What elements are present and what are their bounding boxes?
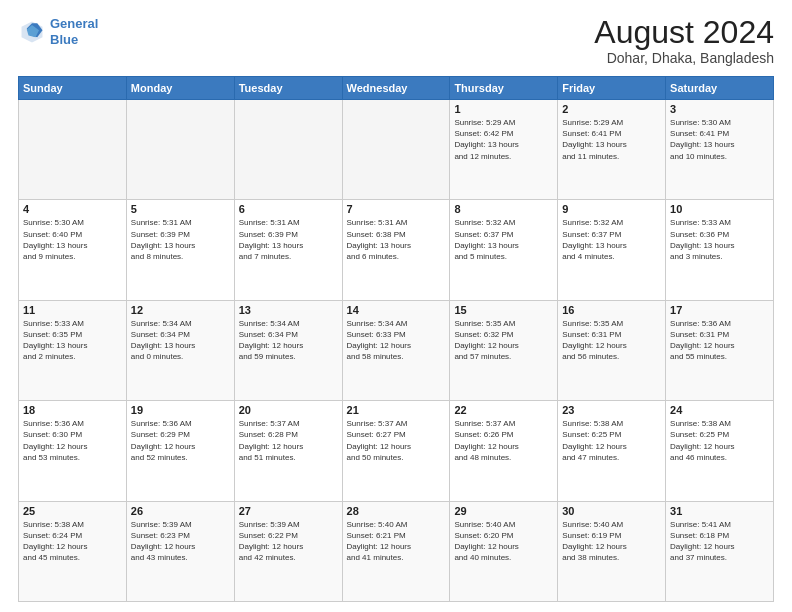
calendar-cell: 5Sunrise: 5:31 AM Sunset: 6:39 PM Daylig… [126,200,234,300]
calendar-day-header: Monday [126,77,234,100]
day-info: Sunrise: 5:36 AM Sunset: 6:31 PM Dayligh… [670,318,769,363]
day-info: Sunrise: 5:33 AM Sunset: 6:36 PM Dayligh… [670,217,769,262]
day-number: 2 [562,103,661,115]
calendar-cell: 30Sunrise: 5:40 AM Sunset: 6:19 PM Dayli… [558,501,666,601]
day-number: 16 [562,304,661,316]
day-info: Sunrise: 5:40 AM Sunset: 6:20 PM Dayligh… [454,519,553,564]
calendar-cell: 10Sunrise: 5:33 AM Sunset: 6:36 PM Dayli… [666,200,774,300]
calendar-cell [126,100,234,200]
calendar-cell: 22Sunrise: 5:37 AM Sunset: 6:26 PM Dayli… [450,401,558,501]
day-number: 14 [347,304,446,316]
day-number: 28 [347,505,446,517]
title-block: August 2024 Dohar, Dhaka, Bangladesh [594,16,774,66]
page: General Blue August 2024 Dohar, Dhaka, B… [0,0,792,612]
day-info: Sunrise: 5:38 AM Sunset: 6:25 PM Dayligh… [670,418,769,463]
calendar-day-header: Wednesday [342,77,450,100]
calendar-cell: 16Sunrise: 5:35 AM Sunset: 6:31 PM Dayli… [558,300,666,400]
day-number: 9 [562,203,661,215]
calendar-cell: 7Sunrise: 5:31 AM Sunset: 6:38 PM Daylig… [342,200,450,300]
calendar-cell [342,100,450,200]
calendar-cell: 2Sunrise: 5:29 AM Sunset: 6:41 PM Daylig… [558,100,666,200]
calendar-cell: 31Sunrise: 5:41 AM Sunset: 6:18 PM Dayli… [666,501,774,601]
calendar-cell: 25Sunrise: 5:38 AM Sunset: 6:24 PM Dayli… [19,501,127,601]
day-info: Sunrise: 5:33 AM Sunset: 6:35 PM Dayligh… [23,318,122,363]
day-number: 21 [347,404,446,416]
day-number: 23 [562,404,661,416]
day-number: 1 [454,103,553,115]
calendar-cell: 26Sunrise: 5:39 AM Sunset: 6:23 PM Dayli… [126,501,234,601]
calendar-cell: 23Sunrise: 5:38 AM Sunset: 6:25 PM Dayli… [558,401,666,501]
day-number: 25 [23,505,122,517]
day-info: Sunrise: 5:30 AM Sunset: 6:40 PM Dayligh… [23,217,122,262]
day-info: Sunrise: 5:29 AM Sunset: 6:41 PM Dayligh… [562,117,661,162]
calendar-cell: 28Sunrise: 5:40 AM Sunset: 6:21 PM Dayli… [342,501,450,601]
calendar-day-header: Tuesday [234,77,342,100]
day-number: 17 [670,304,769,316]
day-info: Sunrise: 5:38 AM Sunset: 6:25 PM Dayligh… [562,418,661,463]
day-number: 20 [239,404,338,416]
calendar-cell: 21Sunrise: 5:37 AM Sunset: 6:27 PM Dayli… [342,401,450,501]
calendar-day-header: Saturday [666,77,774,100]
day-info: Sunrise: 5:31 AM Sunset: 6:39 PM Dayligh… [239,217,338,262]
day-number: 10 [670,203,769,215]
calendar-cell [19,100,127,200]
calendar-cell: 9Sunrise: 5:32 AM Sunset: 6:37 PM Daylig… [558,200,666,300]
calendar-cell: 17Sunrise: 5:36 AM Sunset: 6:31 PM Dayli… [666,300,774,400]
calendar-week-row: 1Sunrise: 5:29 AM Sunset: 6:42 PM Daylig… [19,100,774,200]
day-number: 4 [23,203,122,215]
day-info: Sunrise: 5:29 AM Sunset: 6:42 PM Dayligh… [454,117,553,162]
calendar-cell: 11Sunrise: 5:33 AM Sunset: 6:35 PM Dayli… [19,300,127,400]
day-number: 24 [670,404,769,416]
day-info: Sunrise: 5:37 AM Sunset: 6:26 PM Dayligh… [454,418,553,463]
day-info: Sunrise: 5:31 AM Sunset: 6:38 PM Dayligh… [347,217,446,262]
day-info: Sunrise: 5:36 AM Sunset: 6:29 PM Dayligh… [131,418,230,463]
day-number: 6 [239,203,338,215]
day-number: 8 [454,203,553,215]
calendar-cell: 19Sunrise: 5:36 AM Sunset: 6:29 PM Dayli… [126,401,234,501]
day-info: Sunrise: 5:39 AM Sunset: 6:22 PM Dayligh… [239,519,338,564]
day-number: 19 [131,404,230,416]
day-info: Sunrise: 5:31 AM Sunset: 6:39 PM Dayligh… [131,217,230,262]
day-info: Sunrise: 5:34 AM Sunset: 6:34 PM Dayligh… [131,318,230,363]
logo: General Blue [18,16,98,47]
day-number: 13 [239,304,338,316]
calendar-cell: 14Sunrise: 5:34 AM Sunset: 6:33 PM Dayli… [342,300,450,400]
calendar-cell: 8Sunrise: 5:32 AM Sunset: 6:37 PM Daylig… [450,200,558,300]
calendar-cell: 27Sunrise: 5:39 AM Sunset: 6:22 PM Dayli… [234,501,342,601]
day-info: Sunrise: 5:38 AM Sunset: 6:24 PM Dayligh… [23,519,122,564]
calendar-cell: 20Sunrise: 5:37 AM Sunset: 6:28 PM Dayli… [234,401,342,501]
day-number: 7 [347,203,446,215]
logo-text: General Blue [50,16,98,47]
day-number: 15 [454,304,553,316]
day-info: Sunrise: 5:40 AM Sunset: 6:21 PM Dayligh… [347,519,446,564]
day-number: 11 [23,304,122,316]
calendar-cell: 6Sunrise: 5:31 AM Sunset: 6:39 PM Daylig… [234,200,342,300]
day-number: 12 [131,304,230,316]
calendar-day-header: Friday [558,77,666,100]
day-info: Sunrise: 5:39 AM Sunset: 6:23 PM Dayligh… [131,519,230,564]
day-number: 30 [562,505,661,517]
day-number: 18 [23,404,122,416]
header: General Blue August 2024 Dohar, Dhaka, B… [18,16,774,66]
calendar-cell [234,100,342,200]
day-info: Sunrise: 5:37 AM Sunset: 6:27 PM Dayligh… [347,418,446,463]
day-number: 27 [239,505,338,517]
calendar-cell: 1Sunrise: 5:29 AM Sunset: 6:42 PM Daylig… [450,100,558,200]
logo-icon [18,18,46,46]
calendar-table: SundayMondayTuesdayWednesdayThursdayFrid… [18,76,774,602]
calendar-cell: 24Sunrise: 5:38 AM Sunset: 6:25 PM Dayli… [666,401,774,501]
calendar-cell: 18Sunrise: 5:36 AM Sunset: 6:30 PM Dayli… [19,401,127,501]
calendar-week-row: 4Sunrise: 5:30 AM Sunset: 6:40 PM Daylig… [19,200,774,300]
day-info: Sunrise: 5:35 AM Sunset: 6:32 PM Dayligh… [454,318,553,363]
day-number: 31 [670,505,769,517]
day-info: Sunrise: 5:32 AM Sunset: 6:37 PM Dayligh… [454,217,553,262]
subtitle: Dohar, Dhaka, Bangladesh [594,50,774,66]
calendar-day-header: Sunday [19,77,127,100]
day-number: 22 [454,404,553,416]
calendar-week-row: 11Sunrise: 5:33 AM Sunset: 6:35 PM Dayli… [19,300,774,400]
calendar-cell: 13Sunrise: 5:34 AM Sunset: 6:34 PM Dayli… [234,300,342,400]
main-title: August 2024 [594,16,774,48]
calendar-cell: 12Sunrise: 5:34 AM Sunset: 6:34 PM Dayli… [126,300,234,400]
calendar-cell: 3Sunrise: 5:30 AM Sunset: 6:41 PM Daylig… [666,100,774,200]
day-info: Sunrise: 5:30 AM Sunset: 6:41 PM Dayligh… [670,117,769,162]
